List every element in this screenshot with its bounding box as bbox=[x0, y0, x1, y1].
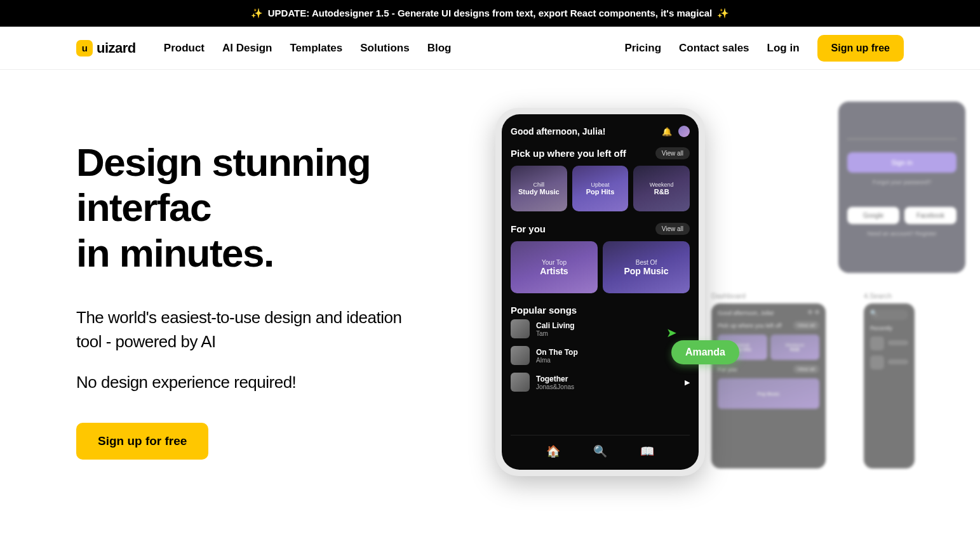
phone-section-3-title: Popular songs bbox=[511, 305, 577, 315]
banner-text: UPDATE: Autodesigner 1.5 - Generate UI d… bbox=[268, 8, 713, 18]
hero-section: Design stunning interfac in minutes. The… bbox=[0, 70, 980, 546]
song-title: Together bbox=[536, 375, 678, 383]
nav-right: Pricing Contact sales Log in Sign up fre… bbox=[624, 35, 904, 62]
song-thumbnail bbox=[511, 346, 530, 365]
card-label: Best Of bbox=[636, 259, 657, 266]
logo-text: uizard bbox=[97, 40, 136, 56]
mock-register-text: Need an account? Register bbox=[847, 230, 957, 237]
mini-card: Weekend R&B bbox=[770, 335, 820, 360]
mock-signin-button: Sign in bbox=[847, 152, 957, 173]
hero-title-line3: in minutes. bbox=[76, 230, 470, 276]
card-title: Pop Hits bbox=[586, 188, 615, 196]
logo-icon: u bbox=[76, 40, 93, 56]
hero-signup-button[interactable]: Sign up for free bbox=[76, 423, 208, 460]
nav-contact[interactable]: Contact sales bbox=[679, 42, 749, 55]
nav-ai-design[interactable]: AI Design bbox=[222, 42, 272, 55]
cursor-icon: ➤ bbox=[666, 325, 677, 340]
search-icon: 🔍 bbox=[593, 444, 607, 458]
hero-title: Design stunning interfac in minutes. bbox=[76, 140, 470, 276]
phone-section-1-title: Pick up where you left off bbox=[511, 148, 626, 159]
sparkle-icon: ✨ bbox=[251, 8, 263, 18]
phone-bottom-nav: 🏠 🔍 📖 bbox=[511, 435, 690, 465]
sparkle-icon: ✨ bbox=[717, 8, 729, 18]
card-title: Study Music bbox=[518, 188, 560, 196]
nav-blog[interactable]: Blog bbox=[427, 42, 452, 55]
cursor-label: Amanda bbox=[671, 340, 739, 364]
card-artists: Your Top Artists bbox=[511, 241, 598, 293]
background-mockups: Sign in Forgot your password? Google Fac… bbox=[711, 102, 965, 468]
song-artist: Alma bbox=[536, 357, 678, 364]
bell-icon: 🔔 bbox=[662, 127, 672, 136]
signup-button[interactable]: Sign up free bbox=[817, 35, 904, 62]
logo[interactable]: u uizard bbox=[76, 40, 136, 56]
card-pop-music: Best Of Pop Music bbox=[603, 241, 690, 293]
mini-viewall: View all bbox=[793, 321, 819, 329]
announcement-banner[interactable]: ✨ UPDATE: Autodesigner 1.5 - Generate UI… bbox=[0, 0, 980, 27]
play-icon: ▶ bbox=[685, 378, 690, 387]
card-label: Weekend bbox=[650, 182, 674, 188]
hero-subtitle: The world's easiest-to-use design and id… bbox=[76, 306, 406, 354]
song-row: Cali Living Tam bbox=[511, 319, 690, 338]
card-rnb: Weekend R&B bbox=[633, 166, 690, 211]
mini-search-bar: 🔍 bbox=[870, 310, 908, 320]
song-title: Cali Living bbox=[536, 321, 683, 330]
hero-content: Design stunning interfac in minutes. The… bbox=[76, 108, 470, 546]
hero-title-line2: interfac bbox=[76, 185, 470, 230]
nav-login[interactable]: Log in bbox=[767, 42, 800, 55]
avatar-icon bbox=[678, 126, 690, 137]
mock-mini-search: 🔍 Recently bbox=[864, 303, 915, 468]
card-title: Pop Music bbox=[624, 266, 668, 276]
nav-product[interactable]: Product bbox=[164, 42, 205, 55]
card-title: Artists bbox=[540, 266, 568, 276]
mock-facebook-button: Facebook bbox=[904, 207, 957, 224]
hero-cta: Sign up for free bbox=[76, 423, 470, 460]
card-label: Chill bbox=[534, 182, 545, 188]
phone-greeting: Good afternoon, Julia! bbox=[511, 126, 605, 136]
home-icon: 🏠 bbox=[546, 444, 560, 458]
mini-recent-label: Recently bbox=[870, 325, 908, 331]
viewall-button-2: View all bbox=[655, 223, 690, 235]
mini-greeting: Good afternoon, Julia! bbox=[718, 310, 774, 316]
phone-screen: Good afternoon, Julia! 🔔 Pick up where y… bbox=[502, 114, 699, 470]
song-title: On The Top bbox=[536, 348, 678, 357]
song-row: Together Jonas&Jonas ▶ bbox=[511, 373, 690, 392]
song-thumbnail bbox=[511, 319, 530, 338]
song-artist: Jonas&Jonas bbox=[536, 383, 678, 390]
nav-main: Product AI Design Templates Solutions Bl… bbox=[164, 42, 452, 55]
mini-card: Pop Music bbox=[718, 378, 819, 409]
card-label: Your Top bbox=[542, 259, 567, 266]
nav-templates[interactable]: Templates bbox=[290, 42, 342, 55]
song-row: On The Top Alma ▶ bbox=[511, 346, 690, 365]
hero-visual: Good afternoon, Julia! 🔔 Pick up where y… bbox=[495, 108, 904, 546]
song-artist: Tam bbox=[536, 330, 683, 337]
main-header: u uizard Product AI Design Templates Sol… bbox=[0, 27, 980, 70]
nav-solutions[interactable]: Solutions bbox=[360, 42, 409, 55]
mock-login-screen: Sign in Forgot your password? Google Fac… bbox=[838, 102, 965, 273]
mock-forgot-text: Forgot your password? bbox=[847, 179, 957, 185]
phone-mockup: Good afternoon, Julia! 🔔 Pick up where y… bbox=[495, 108, 705, 476]
mini-viewall: View all bbox=[793, 365, 819, 373]
song-thumbnail bbox=[511, 373, 530, 392]
collaborator-cursor: ➤ Amanda bbox=[671, 325, 739, 364]
hero-subtitle-2: No design experience required! bbox=[76, 373, 470, 392]
nav-pricing[interactable]: Pricing bbox=[624, 42, 661, 55]
viewall-button-1: View all bbox=[655, 147, 690, 159]
mini-foryou: For you bbox=[718, 366, 737, 373]
card-title: R&B bbox=[654, 188, 669, 196]
card-study-music: Chill Study Music bbox=[511, 166, 567, 211]
mock-google-button: Google bbox=[847, 207, 899, 224]
library-icon: 📖 bbox=[640, 444, 654, 458]
card-pop-hits: Upbeat Pop Hits bbox=[572, 166, 629, 211]
mock-label-dashboard: Dashboard bbox=[711, 292, 826, 300]
mock-label-search: 4.Search bbox=[864, 292, 915, 300]
card-label: Upbeat bbox=[591, 182, 609, 188]
hero-title-line1: Design stunning bbox=[76, 140, 470, 185]
phone-section-2-title: For you bbox=[511, 223, 546, 234]
